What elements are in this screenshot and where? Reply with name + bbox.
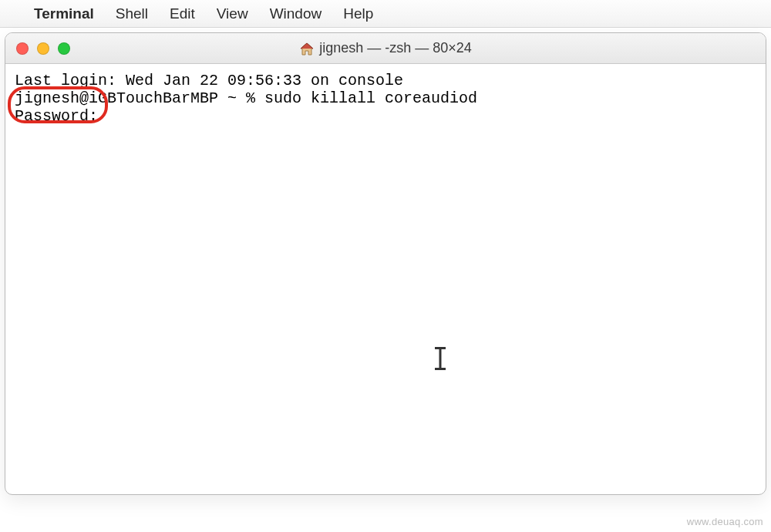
home-folder-icon <box>299 41 315 56</box>
terminal-content[interactable]: Last login: Wed Jan 22 09:56:33 on conso… <box>5 64 766 494</box>
maximize-button[interactable] <box>58 42 70 55</box>
menubar-item-help[interactable]: Help <box>343 5 373 22</box>
window-title-text: jignesh — -zsh — 80×24 <box>319 40 472 56</box>
menubar-item-shell[interactable]: Shell <box>116 5 148 22</box>
window-titlebar[interactable]: jignesh — -zsh — 80×24 <box>5 33 766 64</box>
menubar: Terminal Shell Edit View Window Help <box>0 0 771 28</box>
terminal-line: Last login: Wed Jan 22 09:56:33 on conso… <box>15 72 403 89</box>
terminal-line: jignesh@iGBTouchBarMBP ~ % sudo killall … <box>15 89 477 107</box>
terminal-line: Password: <box>15 107 98 125</box>
app-name-menu[interactable]: Terminal <box>34 5 94 22</box>
menubar-item-window[interactable]: Window <box>270 5 322 22</box>
watermark-text: www.deuaq.com <box>687 516 763 527</box>
menubar-item-edit[interactable]: Edit <box>170 5 195 22</box>
terminal-window: jignesh — -zsh — 80×24 Last login: Wed J… <box>5 32 766 495</box>
window-title: jignesh — -zsh — 80×24 <box>5 40 766 56</box>
traffic-lights <box>5 42 70 55</box>
minimize-button[interactable] <box>37 42 49 55</box>
close-button[interactable] <box>16 42 29 55</box>
menubar-item-view[interactable]: View <box>217 5 248 22</box>
